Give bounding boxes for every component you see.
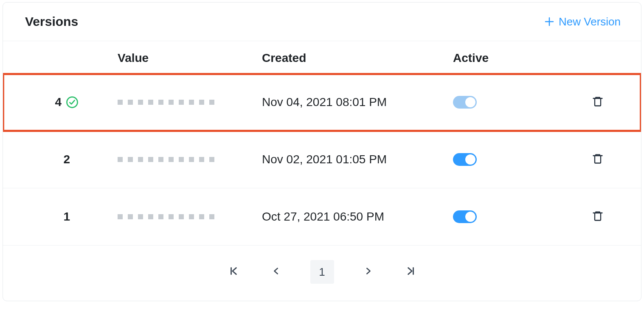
active-toggle[interactable] — [453, 153, 477, 166]
check-circle-icon — [66, 96, 79, 109]
delete-button[interactable] — [592, 152, 604, 167]
table-row: 4 Nov 04, 2021 08:01 PM — [3, 74, 641, 131]
new-version-label: New Version — [559, 15, 621, 28]
table-row: 2 Nov 02, 2021 01:05 PM — [3, 131, 641, 188]
last-page-button[interactable] — [402, 261, 419, 282]
actions-cell — [572, 210, 641, 224]
active-cell — [453, 210, 572, 223]
version-number: 4 — [55, 95, 62, 109]
column-header-value: Value — [118, 51, 262, 65]
chevron-right-icon — [363, 266, 373, 277]
pagination: 1 — [3, 246, 641, 301]
trash-icon — [592, 95, 604, 109]
version-cell: 4 — [3, 95, 118, 109]
created-date: Nov 02, 2021 01:05 PM — [262, 153, 453, 166]
masked-value — [118, 100, 262, 105]
actions-cell — [572, 152, 641, 167]
svg-point-2 — [67, 97, 78, 108]
prev-page-button[interactable] — [268, 261, 285, 282]
active-cell — [453, 96, 572, 109]
new-version-button[interactable]: New Version — [544, 15, 621, 28]
next-page-button[interactable] — [360, 261, 377, 282]
version-number: 2 — [63, 153, 70, 166]
masked-value — [118, 157, 262, 162]
versions-card: Versions New Version Value Created Activ… — [3, 2, 641, 301]
plus-icon — [544, 17, 554, 27]
first-page-button[interactable] — [225, 261, 242, 282]
trash-icon — [592, 210, 604, 224]
active-toggle[interactable] — [453, 210, 477, 223]
active-cell — [453, 153, 572, 166]
chevron-left-icon — [272, 266, 281, 277]
version-number: 1 — [63, 210, 70, 224]
created-date: Nov 04, 2021 08:01 PM — [262, 95, 453, 109]
card-title: Versions — [25, 14, 78, 29]
active-toggle[interactable] — [453, 96, 477, 109]
current-page[interactable]: 1 — [310, 260, 334, 284]
table-row: 1 Oct 27, 2021 06:50 PM — [3, 188, 641, 246]
version-cell: 2 — [3, 153, 118, 166]
table-header-row: Value Created Active — [3, 41, 641, 74]
masked-value — [118, 214, 262, 219]
delete-button[interactable] — [592, 95, 604, 109]
chevron-last-icon — [405, 266, 416, 278]
actions-cell — [572, 95, 641, 109]
chevron-first-icon — [228, 266, 239, 278]
card-header: Versions New Version — [3, 3, 641, 41]
created-date: Oct 27, 2021 06:50 PM — [262, 210, 453, 224]
column-header-active: Active — [453, 51, 572, 65]
trash-icon — [592, 152, 604, 167]
version-cell: 1 — [3, 210, 118, 224]
delete-button[interactable] — [592, 210, 604, 224]
column-header-created: Created — [262, 51, 453, 65]
